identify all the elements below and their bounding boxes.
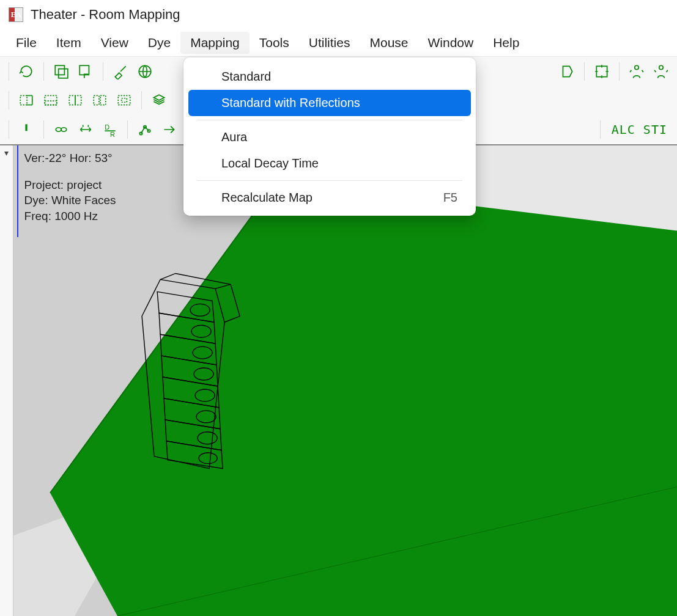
dropdown-label: Standard <box>221 70 271 84</box>
vertical-marker <box>17 145 18 237</box>
globe-icon[interactable] <box>134 61 156 82</box>
app-icon: EA <box>9 7 23 22</box>
svg-rect-4 <box>596 66 607 76</box>
grid-right-icon[interactable] <box>15 89 37 111</box>
separator <box>600 120 601 139</box>
dropdown-item-local-decay[interactable]: Local Decay Time <box>188 150 471 177</box>
separator <box>584 62 585 81</box>
svg-point-17 <box>56 128 61 132</box>
overlay-freq: Freq: 1000 Hz <box>24 208 116 224</box>
separator <box>141 91 142 109</box>
menubar: File Item View Dye Mapping Tools Utiliti… <box>0 29 677 56</box>
viewport-overlay: Ver:-22° Hor: 53° Project: project Dye: … <box>24 150 116 224</box>
arrow-right-icon[interactable] <box>158 119 180 141</box>
dropdown-item-aura[interactable]: Aura <box>188 124 471 150</box>
person-a-icon[interactable] <box>626 61 648 82</box>
stack-icon[interactable] <box>148 89 170 111</box>
viewport-gutter[interactable]: ▾ <box>0 145 13 616</box>
chevron-down-icon: ▾ <box>4 148 9 158</box>
document-a-icon[interactable] <box>50 61 72 82</box>
refresh-icon[interactable] <box>15 61 37 82</box>
svg-rect-16 <box>122 98 127 103</box>
svg-point-18 <box>61 128 67 132</box>
overlay-project: Project: project <box>24 177 116 193</box>
exclamation-icon[interactable] <box>15 119 37 141</box>
svg-rect-14 <box>100 95 106 105</box>
svg-rect-0 <box>55 65 64 75</box>
window-title: Theater - Room Mapping <box>31 7 180 23</box>
menu-mouse[interactable]: Mouse <box>360 32 418 54</box>
svg-rect-13 <box>94 95 99 105</box>
target-icon[interactable] <box>591 61 613 82</box>
dropdown-label: Recalculate Map <box>221 191 313 205</box>
svg-marker-27 <box>50 182 677 616</box>
dropdown-separator <box>197 180 462 181</box>
overlay-dye: Dye: White Faces <box>24 193 116 208</box>
svg-rect-1 <box>59 68 68 78</box>
menu-view[interactable]: View <box>91 32 138 54</box>
svg-point-6 <box>659 65 664 70</box>
viewport-3d[interactable]: Ver:-22° Hor: 53° Project: project Dye: … <box>13 145 677 616</box>
menu-file[interactable]: File <box>6 32 46 54</box>
separator <box>103 62 103 81</box>
menu-mapping[interactable]: Mapping <box>180 32 250 54</box>
separator <box>9 120 9 139</box>
svg-text:D: D <box>105 123 109 131</box>
separator <box>127 120 128 139</box>
separator <box>9 91 9 109</box>
dropdown-label: Standard with Reflections <box>221 96 360 110</box>
document-b-icon[interactable] <box>75 61 97 82</box>
svg-point-5 <box>635 65 639 70</box>
alc-sti-button[interactable]: ALC STI <box>607 119 672 141</box>
brush-icon[interactable] <box>109 61 131 82</box>
d-r-icon[interactable]: DR <box>99 119 121 141</box>
separator <box>619 62 620 81</box>
svg-rect-10 <box>45 101 57 105</box>
branch-icon[interactable] <box>134 119 156 141</box>
dropdown-shortcut: F5 <box>443 191 457 205</box>
svg-rect-9 <box>45 95 57 105</box>
dropdown-item-standard-reflections[interactable]: Standard with Reflections <box>188 90 471 116</box>
dropdown-item-recalculate[interactable]: Recalculate Map F5 <box>188 185 471 211</box>
svg-text:R: R <box>110 131 115 138</box>
menu-item[interactable]: Item <box>46 32 91 54</box>
separator <box>43 62 44 81</box>
dropdown-label: Local Decay Time <box>221 156 319 170</box>
titlebar: EA Theater - Room Mapping <box>0 0 677 29</box>
grid-dual-icon[interactable] <box>89 89 111 111</box>
svg-rect-15 <box>118 95 130 105</box>
menu-window[interactable]: Window <box>418 32 484 54</box>
link-icon[interactable] <box>50 119 72 141</box>
dropdown-item-standard[interactable]: Standard <box>188 64 471 90</box>
grid-split-icon[interactable] <box>64 89 86 111</box>
grid-down-icon[interactable] <box>40 89 62 111</box>
menu-utilities[interactable]: Utilities <box>299 32 360 54</box>
person-b-icon[interactable] <box>650 61 672 82</box>
grid-center-icon[interactable] <box>113 89 135 111</box>
dropdown-separator <box>197 120 462 120</box>
svg-rect-7 <box>20 95 32 105</box>
mapping-dropdown: Standard Standard with Reflections Aura … <box>183 57 476 216</box>
width-icon[interactable] <box>75 119 97 141</box>
menu-tools[interactable]: Tools <box>250 32 299 54</box>
svg-rect-8 <box>27 95 32 105</box>
separator <box>9 62 9 81</box>
separator <box>43 120 44 139</box>
dropdown-label: Aura <box>221 130 247 144</box>
menu-help[interactable]: Help <box>483 32 529 54</box>
menu-dye[interactable]: Dye <box>138 32 180 54</box>
overlay-angles: Ver:-22° Hor: 53° <box>24 150 116 166</box>
svg-rect-2 <box>80 65 89 75</box>
box-move-icon[interactable] <box>556 61 578 82</box>
